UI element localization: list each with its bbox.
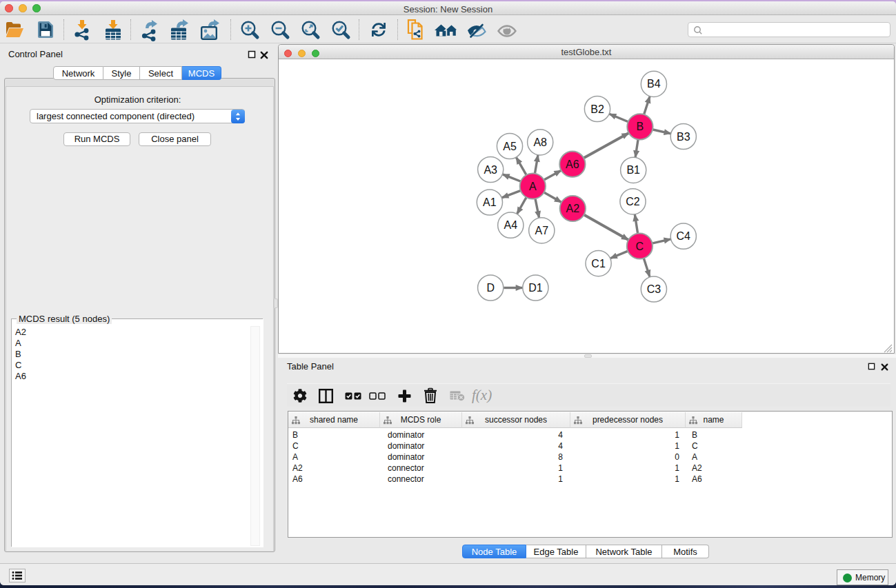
- svg-text:A6: A6: [566, 158, 579, 170]
- svg-text:A4: A4: [504, 219, 518, 231]
- svg-text:C1: C1: [591, 257, 606, 269]
- svg-text:B1: B1: [626, 164, 640, 176]
- svg-text:A8: A8: [533, 136, 547, 148]
- svg-text:D1: D1: [528, 282, 543, 294]
- svg-text:B2: B2: [590, 103, 604, 114]
- svg-text:B3: B3: [677, 130, 690, 142]
- svg-text:A5: A5: [503, 140, 517, 152]
- svg-text:C3: C3: [647, 283, 661, 295]
- svg-text:C4: C4: [677, 230, 691, 242]
- svg-text:A7: A7: [535, 224, 549, 236]
- svg-text:A: A: [529, 180, 537, 192]
- svg-text:A1: A1: [483, 196, 497, 208]
- svg-text:B: B: [637, 121, 644, 132]
- svg-text:B4: B4: [647, 78, 661, 90]
- svg-text:C: C: [636, 240, 644, 252]
- svg-text:C2: C2: [626, 195, 640, 207]
- svg-text:A2: A2: [566, 203, 580, 214]
- svg-text:D: D: [486, 282, 495, 294]
- svg-text:A3: A3: [484, 163, 497, 175]
